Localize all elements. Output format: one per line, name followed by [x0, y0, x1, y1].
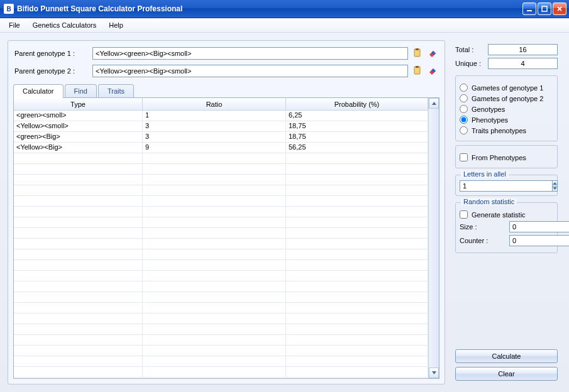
svg-rect-0	[527, 10, 532, 11]
col-header-probability[interactable]: Probability (%)	[286, 98, 428, 110]
cell-ratio: 1	[143, 111, 286, 121]
cell-type: <Yellow><Big>	[14, 143, 143, 153]
random-statistic-group: Random statistic Generate statistic Size…	[455, 202, 558, 253]
from-phenotypes-input[interactable]	[460, 153, 468, 161]
table-row-empty	[14, 164, 428, 175]
menu-file[interactable]: File	[4, 19, 25, 31]
cell-type: <green><Big>	[14, 132, 143, 142]
tab-traits[interactable]: Traits	[98, 84, 134, 98]
counter-input[interactable]	[509, 235, 569, 246]
random-group-title: Random statistic	[461, 198, 517, 205]
col-header-type[interactable]: Type	[14, 98, 143, 110]
parent1-label: Parent genotype 1 :	[14, 50, 89, 57]
from-phenotypes-group: From Phenotypes	[455, 145, 558, 168]
counter-label: Counter :	[460, 237, 505, 244]
from-phenotypes-label: From Phenotypes	[472, 154, 526, 161]
app-icon: B	[4, 4, 14, 14]
vertical-scrollbar[interactable]	[428, 98, 439, 378]
letters-input[interactable]	[460, 180, 552, 192]
parent1-paste-button[interactable]	[412, 48, 423, 59]
radio-gametes2[interactable]: Gametes of genotype 2	[460, 94, 553, 102]
radio-phenotypes-input[interactable]	[460, 116, 468, 124]
table-row[interactable]: <green><smoll>16,25	[14, 111, 428, 121]
radio-gametes2-input[interactable]	[460, 94, 468, 102]
table-row[interactable]: <Yellow><smoll>318,75	[14, 121, 428, 132]
table-row-empty	[14, 346, 428, 356]
scroll-track[interactable]	[429, 109, 439, 368]
cell-ratio: 3	[143, 132, 286, 142]
parent-genotype-section: Parent genotype 1 : Parent genotype 2 :	[8, 41, 445, 80]
eraser-icon	[428, 48, 438, 60]
left-panel: Parent genotype 1 : Parent genotype 2 :	[8, 40, 445, 384]
svg-marker-11	[432, 371, 436, 374]
scroll-down-button[interactable]	[429, 368, 439, 378]
action-buttons: Calculate Clear	[455, 349, 558, 381]
menubar: File Genetics Calculators Help	[0, 18, 569, 33]
unique-label: Unique :	[455, 60, 484, 67]
total-label: Total :	[455, 46, 484, 53]
from-phenotypes-checkbox[interactable]: From Phenotypes	[460, 153, 553, 161]
cell-ratio: 9	[143, 143, 286, 153]
generate-statistic-input[interactable]	[460, 210, 468, 219]
radio-phenotypes-label: Phenotypes	[472, 116, 508, 124]
radio-gametes1[interactable]: Gametes of genotype 1	[460, 84, 553, 92]
generate-statistic-checkbox[interactable]: Generate statistic	[460, 210, 553, 219]
parent2-paste-button[interactable]	[412, 65, 423, 77]
cell-probability: 18,75	[286, 132, 428, 142]
radio-traits-phenotypes[interactable]: Traits phenotypes	[460, 126, 553, 134]
tabs: Calculator Find Traits	[8, 80, 445, 97]
menu-genetics-calculators[interactable]: Genetics Calculators	[28, 19, 102, 31]
right-panel: Total : 16 Unique : 4 Gametes of genotyp…	[451, 40, 561, 384]
table-row-empty	[14, 207, 428, 217]
table-row[interactable]: <Yellow><Big>956,25	[14, 143, 428, 153]
tab-find[interactable]: Find	[65, 84, 97, 98]
svg-marker-12	[553, 182, 557, 185]
radio-traits-phenotypes-label: Traits phenotypes	[472, 127, 526, 134]
svg-rect-1	[542, 6, 547, 11]
radio-genotypes-input[interactable]	[460, 105, 468, 113]
radio-genotypes[interactable]: Genotypes	[460, 105, 553, 113]
table-row-empty	[14, 324, 428, 335]
radio-gametes2-label: Gametes of genotype 2	[472, 95, 543, 102]
calculate-button[interactable]: Calculate	[455, 349, 558, 363]
cell-type: <Yellow><smoll>	[14, 121, 143, 131]
parent1-erase-button[interactable]	[427, 48, 438, 59]
radio-gametes1-label: Gametes of genotype 1	[472, 84, 543, 92]
results-grid: Type Ratio Probability (%) <green><smoll…	[14, 98, 428, 378]
scroll-up-button[interactable]	[429, 98, 439, 109]
letters-spin-down[interactable]	[553, 187, 557, 192]
table-row-empty	[14, 260, 428, 271]
menu-help[interactable]: Help	[104, 19, 128, 31]
radio-gametes1-input[interactable]	[460, 84, 468, 92]
table-row-empty	[14, 196, 428, 207]
table-row-empty	[14, 292, 428, 303]
table-row-empty	[14, 335, 428, 346]
table-row-empty	[14, 367, 428, 378]
close-button[interactable]	[553, 3, 566, 15]
radio-traits-phenotypes-input[interactable]	[460, 126, 468, 134]
radio-phenotypes[interactable]: Phenotypes	[460, 116, 553, 124]
table-row-empty	[14, 303, 428, 313]
size-input[interactable]	[509, 221, 569, 232]
parent2-label: Parent genotype 2 :	[14, 67, 89, 75]
maximize-button[interactable]	[538, 3, 551, 15]
parent1-input[interactable]	[92, 47, 408, 60]
col-header-ratio[interactable]: Ratio	[143, 98, 286, 110]
table-row-empty	[14, 281, 428, 292]
letters-spin-up[interactable]	[553, 181, 557, 187]
window-controls	[522, 3, 566, 15]
generate-statistic-label: Generate statistic	[472, 211, 526, 219]
clear-button[interactable]: Clear	[455, 367, 558, 381]
parent2-input[interactable]	[92, 65, 408, 77]
parent2-erase-button[interactable]	[427, 65, 438, 77]
table-row-empty	[14, 185, 428, 196]
unique-value: 4	[488, 58, 558, 69]
minimize-button[interactable]	[522, 3, 536, 15]
table-row-empty	[14, 356, 428, 367]
table-row-empty	[14, 175, 428, 185]
eraser-icon	[428, 65, 438, 77]
chevron-down-icon	[432, 371, 436, 374]
table-row-empty	[14, 228, 428, 239]
tab-calculator[interactable]: Calculator	[13, 84, 64, 98]
table-row[interactable]: <green><Big>318,75	[14, 132, 428, 143]
